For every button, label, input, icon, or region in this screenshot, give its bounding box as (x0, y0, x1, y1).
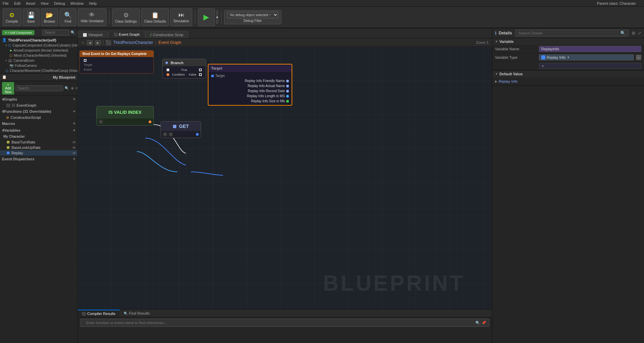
menu-view[interactable]: View (41, 1, 49, 5)
tab-viewport[interactable]: ⬜ Viewport (78, 31, 108, 38)
variable-type-select[interactable]: Replay Info ▼ (539, 54, 634, 60)
get-out-pin (196, 133, 199, 136)
add-graph-button[interactable]: + (73, 97, 75, 102)
breadcrumb-graph[interactable]: Event Graph (158, 40, 181, 45)
save-icon: 💾 (27, 11, 35, 19)
toolbar: ⚙ Compile 💾 Save 📂 Browse 🔍 Find 👁 Hide … (0, 7, 644, 28)
event-dispatchers-section[interactable]: Event Dispatchers + (0, 156, 77, 162)
components-search-input[interactable] (42, 30, 69, 35)
debug-object-select[interactable]: No debug object selected ~ (227, 12, 278, 18)
class-settings-button[interactable]: ⚙ Class Settings (112, 8, 140, 26)
blueprint-canvas[interactable]: BLUEPRINT Bind Event to On Get Replays C… (78, 47, 492, 309)
star-button[interactable]: ☆ (81, 40, 85, 45)
menu-window[interactable]: Window (70, 1, 83, 5)
variable-section-header[interactable]: ▼ Variable (492, 38, 644, 45)
replay-info-default-item[interactable]: ▶ Replay Info (495, 79, 641, 84)
hide-unrelated-button[interactable]: 👁 Hide Unrelated (78, 8, 106, 26)
type-minus-button[interactable]: – (636, 55, 641, 60)
tree-item[interactable]: 📷 FollowCamera (0, 63, 77, 68)
menu-file[interactable]: File (3, 1, 9, 5)
target-in-pin (211, 75, 214, 77)
find-button[interactable]: 🔍 Find (59, 8, 76, 26)
menu-debug[interactable]: Debug (54, 1, 65, 5)
macros-section[interactable]: Macros + (0, 120, 77, 127)
breadcrumb-class[interactable]: ThirdPersonCharacter (113, 40, 153, 45)
event-graph-item[interactable]: ⬛ ⬛ EventGraph (0, 103, 77, 108)
zoom-label: Zoom 1 (476, 41, 489, 45)
bottom-tab-bar: ⬛ Compiler Results 🔍 Find Results (78, 310, 492, 317)
add-function-button[interactable]: + (73, 109, 75, 114)
browse-button[interactable]: 📂 Browse (41, 8, 58, 26)
add-component-button[interactable]: + + Add Component (2, 30, 34, 35)
simulation-button[interactable]: ⏭ Simulation (170, 8, 192, 26)
tree-item[interactable]: 👤 ThirdPersonCharacter(self) (0, 37, 77, 43)
tab-event-graph[interactable]: ⬛ Event Graph (108, 31, 145, 38)
base-lookup-rate-item[interactable]: BaseLookUpRate ✉ (0, 145, 77, 150)
replay-item[interactable]: Replay ✉ (0, 150, 77, 156)
details-search-input[interactable] (518, 31, 619, 35)
add-new-button[interactable]: + Add New (2, 82, 14, 95)
variable-array-dropdown[interactable]: ▼ (539, 63, 641, 69)
base-turn-rate-item[interactable]: BaseTurnRate ✉ (0, 139, 77, 145)
details-search-icon: 🔍 (620, 31, 625, 35)
tab-compiler-results[interactable]: ⬛ Compiler Results (78, 310, 120, 317)
tab-construction[interactable]: 𝑓 Construction Scrip (145, 31, 188, 38)
menu-edit[interactable]: Edit (14, 1, 21, 5)
find-pin-icon[interactable]: 📌 (481, 321, 486, 325)
compile-button[interactable]: ⚙ Compile (3, 8, 21, 26)
tree-item[interactable]: ⬡ Mesh (CharacterMesh0) (Inherited) (0, 53, 77, 58)
back-button[interactable]: ◀ (87, 40, 93, 45)
branch-title: Branch (171, 61, 183, 65)
play-icon: ▶ (203, 13, 209, 22)
variable-name-input[interactable] (539, 46, 641, 52)
add-macro-button[interactable]: + (73, 121, 75, 126)
tree-item[interactable]: ▾ ⬡ CapsuleComponent (CollisionCylinder)… (0, 43, 77, 48)
branch-node[interactable]: ◈ Branch True Condition False (162, 59, 206, 79)
event-node[interactable]: Bind Event to On Get Replays Complete Ta… (79, 50, 154, 74)
default-value-header[interactable]: ▼ Default Value (492, 71, 644, 77)
friendly-name-pin (286, 80, 289, 82)
bp-settings-icon[interactable]: ⚙ (76, 86, 77, 90)
default-value-section: ▼ Default Value ▶ Replay Info (492, 71, 644, 86)
find-references-input[interactable] (83, 320, 475, 326)
find-search-icon[interactable]: 🔍 (475, 321, 480, 325)
construction-script-item[interactable]: ⚙ ConstructionScript (0, 115, 77, 120)
tree-item[interactable]: ➤ ArrowComponent (Arrow) (Inherited) (0, 48, 77, 53)
forward-button[interactable]: ▶ (95, 40, 101, 45)
play-button[interactable]: ▶ (198, 8, 215, 26)
functions-section[interactable]: 4Functions (31 Overridable) + (0, 108, 77, 115)
details-expand-icon[interactable]: ⤢ (638, 31, 641, 35)
debug-filter[interactable]: No debug object selected ~ Debug Filter (224, 10, 281, 24)
tab-find-results[interactable]: 🔍 Find Results (120, 310, 154, 317)
bp-search-input[interactable] (16, 85, 63, 91)
simulation-icon: ⏭ (178, 11, 184, 19)
get-node[interactable]: ▦ GET 0 0 (160, 121, 201, 138)
variables-section[interactable]: 4Variables + (0, 127, 77, 134)
variable-extra-row: ▼ (492, 62, 644, 70)
is-valid-node[interactable]: IS VALID INDEX 0 (96, 106, 154, 126)
class-defaults-button[interactable]: 📋 Class Defaults (141, 8, 169, 26)
menu-help[interactable]: Help (89, 1, 97, 5)
replay-info-node[interactable]: Target Target Replay Info Friendly Name (208, 64, 292, 106)
capsule-icon: ⬡ (8, 44, 11, 47)
bp-eye-icon[interactable]: 👁 (71, 86, 74, 90)
replay-friendly-name-row: Replay Info Friendly Name (208, 78, 292, 83)
add-variable-button[interactable]: + (73, 128, 75, 133)
bottom-panel: ⬛ Compiler Results 🔍 Find Results 🔍 📌 (78, 309, 492, 343)
play-dropdown[interactable]: ▾ (216, 10, 218, 24)
replay-target-pin-row: Target (208, 73, 292, 78)
tree-item[interactable]: ▾ 🎥 CameraBoom (0, 58, 77, 63)
branch-exec-in (167, 69, 169, 71)
my-character-section[interactable]: My Character (0, 134, 77, 139)
is-valid-out-pin (149, 121, 151, 123)
add-dispatcher-button[interactable]: + (73, 157, 75, 161)
details-grid-icon[interactable]: ⊞ (632, 31, 635, 35)
viewport-icon: ⬜ (83, 33, 87, 37)
tree-item[interactable]: ⬡ CharacterMovement (CharMoveComp) (Inhe… (0, 68, 77, 73)
graphs-section[interactable]: 4Graphs + (0, 96, 77, 103)
bp-search-icon[interactable]: 🔍 (65, 86, 69, 90)
save-button[interactable]: 💾 Save (23, 8, 40, 26)
event-exec-row (82, 58, 151, 62)
menu-asset[interactable]: Asset (26, 1, 35, 5)
base-lookup-icon (7, 146, 9, 149)
